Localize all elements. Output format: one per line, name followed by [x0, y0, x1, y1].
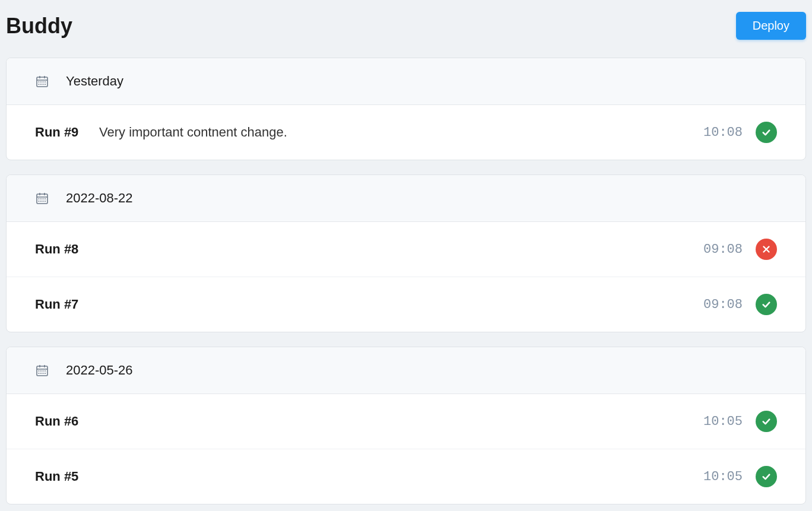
- run-time: 10:08: [703, 125, 743, 140]
- status-success-icon: [756, 466, 777, 487]
- page-title: Buddy: [6, 14, 72, 39]
- run-number: Run #8: [35, 242, 88, 257]
- run-row[interactable]: Run #510:05: [7, 449, 805, 504]
- run-number: Run #5: [35, 469, 88, 484]
- run-group-header: Yesterday: [7, 58, 805, 105]
- run-number: Run #7: [35, 297, 88, 312]
- run-row[interactable]: Run #709:08: [7, 277, 805, 332]
- run-time: 09:08: [703, 297, 743, 312]
- status-success-icon: [756, 411, 777, 432]
- status-success-icon: [756, 294, 777, 315]
- run-number: Run #6: [35, 414, 88, 429]
- run-time: 10:05: [703, 414, 743, 429]
- run-group-header: 2022-05-26: [7, 347, 805, 394]
- run-number: Run #9: [35, 125, 88, 140]
- run-row[interactable]: Run #610:05: [7, 394, 805, 449]
- status-success-icon: [756, 122, 777, 143]
- run-time: 10:05: [703, 469, 743, 484]
- run-group-date: 2022-08-22: [66, 191, 133, 206]
- run-description: Very important contnent change.: [99, 125, 401, 140]
- calendar-icon: [35, 74, 49, 88]
- run-row[interactable]: Run #809:08: [7, 222, 805, 277]
- run-group-date: 2022-05-26: [66, 363, 133, 378]
- runs-list: YesterdayRun #9Very important contnent c…: [6, 58, 806, 504]
- page-header: Buddy Deploy: [6, 6, 806, 58]
- run-time: 09:08: [703, 242, 743, 257]
- status-failed-icon: [756, 239, 777, 260]
- run-group: YesterdayRun #9Very important contnent c…: [6, 58, 806, 160]
- run-group: 2022-05-26Run #610:05 Run #510:05: [6, 347, 806, 504]
- calendar-icon: [35, 363, 49, 377]
- run-group-date: Yesterday: [66, 74, 123, 89]
- run-group: 2022-08-22Run #809:08 Run #709:08: [6, 174, 806, 332]
- deploy-button[interactable]: Deploy: [736, 12, 806, 40]
- run-row[interactable]: Run #9Very important contnent change.10:…: [7, 105, 805, 160]
- run-group-header: 2022-08-22: [7, 175, 805, 222]
- calendar-icon: [35, 191, 49, 205]
